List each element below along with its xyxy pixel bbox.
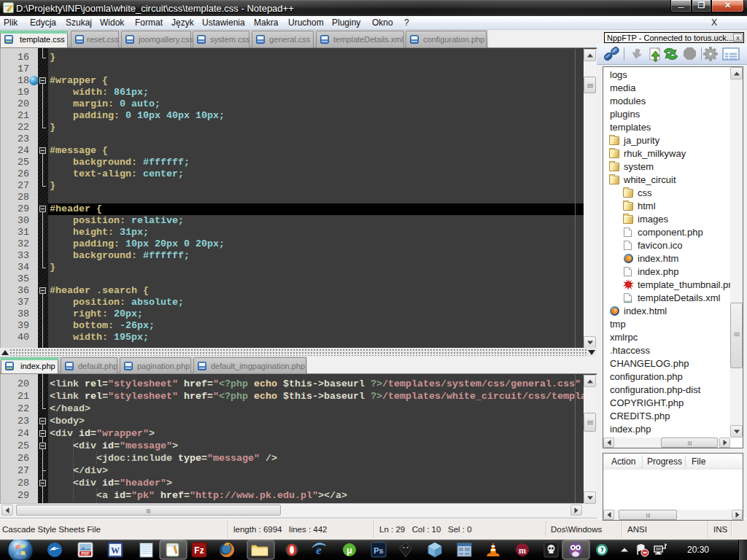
svg-text:Ps: Ps [374, 546, 383, 555]
svg-text:PDF: PDF [82, 551, 90, 556]
svg-text:W: W [111, 545, 120, 556]
svg-text:µ: µ [347, 545, 352, 556]
svg-text:Fz: Fz [194, 545, 204, 556]
svg-text:m: m [519, 545, 526, 556]
